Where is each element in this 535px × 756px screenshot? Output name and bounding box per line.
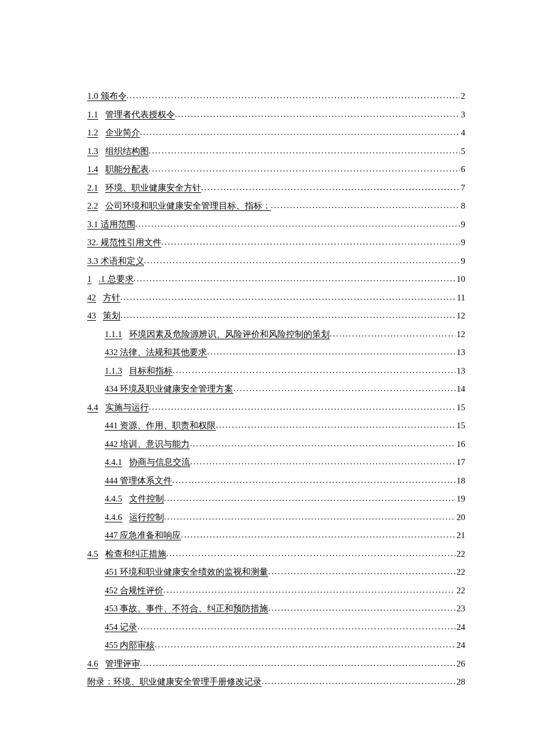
toc-entry[interactable]: 432 法律、法规和其他要求13 xyxy=(87,343,465,362)
toc-entry-number: 1.1 xyxy=(87,106,98,124)
toc-leader-dots xyxy=(149,160,460,177)
toc-entry-label: 环境因素及危险源辨识、风险评价和风险控制的策划 xyxy=(129,325,330,344)
toc-entry[interactable]: 441 资源、作用、职责和权限15 xyxy=(87,417,465,435)
toc-leader-dots xyxy=(162,234,460,250)
toc-leader-dots xyxy=(175,106,460,123)
toc-leader-dots xyxy=(137,618,455,635)
toc-page-number: 22 xyxy=(455,582,465,600)
toc-entry-label: 管理评审 xyxy=(105,655,140,673)
toc-entry[interactable]: 1.2企业简介4 xyxy=(87,124,465,142)
toc-entry-label: 447 应急准备和响应 xyxy=(105,526,181,545)
toc-leader-dots xyxy=(164,490,455,507)
toc-entry-label: 32. 规范性引用文件 xyxy=(87,234,162,252)
toc-entry[interactable]: 4.6管理评审26 xyxy=(87,655,465,673)
toc-entry[interactable]: 451 环境和职业健康安全绩效的监视和测量22 xyxy=(87,563,465,582)
toc-entry[interactable]: 4.4.5文件控制19 xyxy=(87,490,465,508)
toc-entry-number: 1.1.3 xyxy=(105,362,122,381)
toc-entry-number: 1.2 xyxy=(87,124,98,142)
toc-leader-dots xyxy=(166,545,455,562)
toc-entry[interactable]: 2.1环境、职业健康安全方针7 xyxy=(87,179,465,198)
toc-entry-label: 3.3 术语和定义 xyxy=(87,252,144,271)
toc-entry-label: 职能分配表 xyxy=(105,160,149,179)
toc-entry-label: .1 总要求 xyxy=(99,270,134,289)
toc-entry[interactable]: 454 记录24 xyxy=(87,618,465,637)
toc-entry[interactable]: 2.2公司环境和职业健康安全管理目标、指标：8 xyxy=(87,197,465,216)
toc-entry[interactable]: 1.1 总要求10 xyxy=(87,270,465,289)
toc-leader-dots xyxy=(149,399,455,415)
toc-page-number: 24 xyxy=(455,636,465,655)
toc-entry-number: 4.4.5 xyxy=(105,490,122,508)
toc-page-number: 13 xyxy=(455,362,465,381)
toc-entry[interactable]: 附录：环境、职业健康安全管理手册修改记录28 xyxy=(87,673,465,691)
toc-leader-dots xyxy=(190,453,455,470)
toc-leader-dots xyxy=(268,563,455,580)
toc-entry[interactable]: 444 管理体系文件18 xyxy=(87,472,465,490)
toc-entry[interactable]: 3.3 术语和定义9 xyxy=(87,252,465,271)
toc-page-number: 17 xyxy=(455,453,465,472)
toc-page-number: 14 xyxy=(455,380,465,399)
toc-page-number: 13 xyxy=(455,343,465,362)
toc-page-number: 15 xyxy=(455,417,465,435)
toc-leader-dots xyxy=(268,600,455,617)
toc-leader-dots xyxy=(201,179,460,196)
toc-entry-label: 运行控制 xyxy=(129,508,164,527)
toc-entry-number: 43 xyxy=(87,307,96,325)
toc-entry-number: 1.4 xyxy=(87,160,98,179)
toc-page-number: 11 xyxy=(456,289,465,307)
toc-entry-label: 附录：环境、职业健康安全管理手册修改记录 xyxy=(87,673,262,691)
toc-page-number: 7 xyxy=(460,179,466,198)
toc-entry[interactable]: 1.1.3目标和指标13 xyxy=(87,362,465,381)
toc-entry-label: 442 培训、意识与能力 xyxy=(105,435,190,454)
toc-entry-label: 1.0 颁布令 xyxy=(87,87,127,106)
toc-entry-number: 2.1 xyxy=(87,179,98,198)
toc-entry-label: 451 环境和职业健康安全绩效的监视和测量 xyxy=(105,563,268,582)
toc-page-number: 9 xyxy=(460,216,466,234)
toc-entry[interactable]: 1.1管理者代表授权令3 xyxy=(87,106,465,124)
toc-page: 1.0 颁布令21.1管理者代表授权令31.2企业简介41.3组织结构图51.4… xyxy=(0,0,535,750)
toc-entry[interactable]: 1.0 颁布令2 xyxy=(87,87,465,106)
toc-entry[interactable]: 455 内部审核24 xyxy=(87,636,465,655)
toc-leader-dots xyxy=(216,417,455,433)
toc-page-number: 28 xyxy=(455,673,465,691)
toc-entry-label: 454 记录 xyxy=(105,618,137,637)
toc-entry[interactable]: 32. 规范性引用文件9 xyxy=(87,234,465,252)
toc-entry[interactable]: 4.5检查和纠正措施22 xyxy=(87,545,465,564)
toc-leader-dots xyxy=(233,380,455,397)
toc-entry-number: 4.4.1 xyxy=(105,453,122,472)
toc-leader-dots xyxy=(190,435,455,452)
toc-entry-label: 方针 xyxy=(103,289,120,307)
toc-page-number: 8 xyxy=(460,197,466,216)
toc-page-number: 22 xyxy=(455,563,465,582)
toc-page-number: 26 xyxy=(455,655,465,673)
toc-entry-label: 432 法律、法规和其他要求 xyxy=(105,343,207,362)
toc-entry-label: 企业简介 xyxy=(105,124,140,142)
toc-entry[interactable]: 43策划12 xyxy=(87,307,465,325)
toc-page-number: 16 xyxy=(455,435,465,454)
toc-page-number: 20 xyxy=(455,508,465,527)
toc-page-number: 19 xyxy=(455,490,465,508)
toc-entry[interactable]: 1.3组织结构图5 xyxy=(87,142,465,161)
toc-page-number: 6 xyxy=(460,160,466,179)
toc-page-number: 2 xyxy=(460,87,466,106)
toc-entry[interactable]: 4.4.6运行控制20 xyxy=(87,508,465,527)
toc-entry[interactable]: 1.1.1环境因素及危险源辨识、风险评价和风险控制的策划12 xyxy=(87,325,465,344)
toc-entry[interactable]: 442 培训、意识与能力16 xyxy=(87,435,465,454)
toc-entry-number: 1 xyxy=(87,270,92,289)
toc-entry[interactable]: 3.1 适用范围9 xyxy=(87,216,465,234)
toc-entry-number: 4.6 xyxy=(87,655,98,673)
toc-entry[interactable]: 1.4职能分配表6 xyxy=(87,160,465,179)
toc-leader-dots xyxy=(172,472,455,489)
toc-entry[interactable]: 434 环境及职业健康安全管理方案14 xyxy=(87,380,465,399)
toc-entry[interactable]: 42方针11 xyxy=(87,289,465,307)
toc-entry[interactable]: 447 应急准备和响应21 xyxy=(87,526,465,545)
toc-entry[interactable]: 452 合规性评价22 xyxy=(87,582,465,600)
toc-entry[interactable]: 4.4.1协商与信息交流17 xyxy=(87,453,465,472)
toc-entry-label: 协商与信息交流 xyxy=(129,453,190,472)
toc-entry[interactable]: 4.4实施与运行15 xyxy=(87,399,465,417)
toc-page-number: 22 xyxy=(455,545,465,564)
toc-page-number: 18 xyxy=(455,472,465,490)
toc-entry[interactable]: 453 事故、事件、不符合、纠正和预防措施23 xyxy=(87,600,465,618)
toc-leader-dots xyxy=(149,142,460,159)
toc-leader-dots xyxy=(120,289,456,306)
toc-leader-dots xyxy=(135,216,460,232)
